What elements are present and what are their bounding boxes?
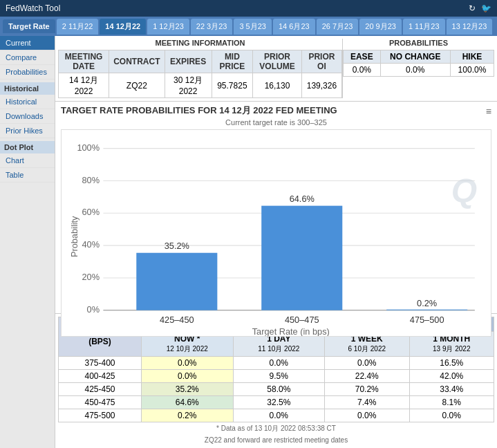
sidebar-item-downloads[interactable]: Downloads	[0, 109, 55, 124]
col-expires: EXPIRES	[165, 50, 212, 73]
week1-450-475: 7.4%	[325, 396, 409, 409]
chart-menu-icon[interactable]: ≡	[486, 106, 491, 117]
bar-475-500	[386, 310, 467, 310]
table-row: 375-400 0.0% 0.0% 0.0% 16.5%	[59, 357, 494, 370]
tab-26-7[interactable]: 26 7月23	[317, 19, 359, 35]
col-ease: EASE	[344, 50, 381, 64]
refresh-icon[interactable]: ↻	[469, 3, 476, 13]
chart-subtitle: Current target rate is 300–325	[61, 118, 491, 127]
meeting-info-row: 14 12月 2022 ZQ22 30 12月 2022 95.7825 16,…	[59, 73, 342, 98]
month1-400-425: 42.0%	[409, 370, 494, 383]
twitter-icon[interactable]: 🐦	[481, 3, 491, 13]
sidebar-item-prior-hikes[interactable]: Prior Hikes	[0, 124, 55, 138]
hike-val: 100.0%	[450, 64, 494, 77]
app-title: FedWatch Tool	[6, 3, 60, 13]
week1-425-450: 70.2%	[325, 383, 409, 396]
range-475-500: 475-500	[59, 409, 142, 422]
mid-price-val: 95.7825	[212, 73, 252, 98]
range-375-400: 375-400	[59, 357, 142, 370]
tab-14-12[interactable]: 14 12月22	[100, 19, 146, 35]
prob-row: 0.0% 0.0% 100.0%	[344, 64, 494, 77]
week1-375-400: 0.0%	[325, 357, 409, 370]
now-450-475: 64.6%	[142, 396, 234, 409]
tab-14-6[interactable]: 14 6月23	[273, 19, 315, 35]
svg-text:0.2%: 0.2%	[417, 298, 437, 308]
col-meeting-date: MEETING DATE	[59, 50, 109, 73]
sidebar-item-compare[interactable]: Compare	[0, 50, 55, 65]
table-footnote: * Data as of 13 10月 2022 08:53:38 CT	[58, 422, 494, 435]
day1-475-500: 0.0%	[233, 409, 325, 422]
svg-text:Probability: Probability	[69, 216, 79, 257]
week1-400-425: 22.4%	[325, 370, 409, 383]
svg-text:20%: 20%	[82, 272, 100, 282]
sidebar-item-chart[interactable]: Chart	[0, 153, 55, 168]
tab-3-5[interactable]: 3 5月23	[234, 19, 272, 35]
col-contract: CONTRACT	[109, 50, 165, 73]
tab-22-3[interactable]: 22 3月23	[191, 19, 233, 35]
col-hike: HIKE	[450, 50, 494, 64]
range-450-475: 450-475	[59, 396, 142, 409]
svg-text:Target Rate (in bps): Target Rate (in bps)	[252, 326, 330, 336]
tab-13-12-23[interactable]: 13 12月23	[447, 19, 493, 35]
svg-text:0%: 0%	[87, 304, 100, 315]
tab-1-11-23[interactable]: 1 11月23	[403, 19, 445, 35]
chart-title: TARGET RATE PROBABILITIES FOR 14 12月 202…	[61, 104, 337, 117]
chart-watermark: Q	[451, 171, 477, 209]
chart-section: TARGET RATE PROBABILITIES FOR 14 12月 202…	[55, 102, 497, 313]
main-layout: Current Compare Probabilities Historical…	[0, 36, 497, 448]
ease-val: 0.0%	[344, 64, 381, 77]
month1-425-450: 33.4%	[409, 383, 494, 396]
app-header: FedWatch Tool ↻ 🐦	[0, 0, 497, 17]
svg-text:64.6%: 64.6%	[290, 194, 315, 204]
sidebar-item-table[interactable]: Table	[0, 168, 55, 183]
day1-450-475: 32.5%	[233, 396, 325, 409]
month1-475-500: 0.0%	[409, 409, 494, 422]
col-prior-volume: PRIOR VOLUME	[253, 50, 302, 73]
contract-val: ZQ22	[109, 73, 165, 98]
table-footnote2: ZQ22 and forward are restricted meeting …	[58, 435, 494, 445]
col-no-change: NO CHANGE	[380, 50, 450, 64]
range-400-425: 400-425	[59, 370, 142, 383]
tab-20-9[interactable]: 20 9月23	[359, 19, 402, 35]
month1-450-475: 8.1%	[409, 396, 494, 409]
meeting-info-table: MEETING DATE CONTRACT EXPIRES MID PRICE …	[58, 50, 342, 98]
day1-375-400: 0.0%	[233, 357, 325, 370]
prior-oi-val: 139,326	[301, 73, 341, 98]
bar-450-475	[261, 206, 342, 310]
sidebar-item-probabilities[interactable]: Probabilities	[0, 65, 55, 80]
tab-1-12-23[interactable]: 1 12月23	[147, 19, 189, 35]
sidebar: Current Compare Probabilities Historical…	[0, 36, 55, 448]
now-375-400: 0.0%	[142, 357, 234, 370]
col-prior-oi: PRIOR OI	[301, 50, 341, 73]
tab-2-11[interactable]: 2 11月22	[57, 19, 99, 35]
table-row: 425-450 35.2% 58.0% 70.2% 33.4%	[59, 383, 494, 396]
sidebar-section-historical: Historical	[0, 82, 55, 95]
col-mid-price: MID PRICE	[212, 50, 252, 73]
expires-val: 30 12月 2022	[165, 73, 212, 98]
table-row: 475-500 0.2% 0.0% 0.0% 0.0%	[59, 409, 494, 422]
now-475-500: 0.2%	[142, 409, 234, 422]
sidebar-item-historical[interactable]: Historical	[0, 95, 55, 109]
bar-chart-svg: Probability 100% 80% 60% 40% 20% 0%	[62, 130, 491, 336]
now-400-425: 0.0%	[142, 370, 234, 383]
prior-volume-val: 16,130	[253, 73, 302, 98]
svg-text:80%: 80%	[82, 175, 100, 185]
range-425-450: 425-450	[59, 383, 142, 396]
table-row: 400-425 0.0% 9.5% 22.4% 42.0%	[59, 370, 494, 383]
svg-text:60%: 60%	[82, 207, 100, 217]
chart-container: Q Probability 100% 80% 60% 40% 20% 0%	[61, 129, 491, 337]
svg-text:425–450: 425–450	[160, 315, 194, 325]
svg-text:475–500: 475–500	[410, 315, 444, 325]
week1-475-500: 0.0%	[325, 409, 409, 422]
day1-400-425: 9.5%	[233, 370, 325, 383]
svg-text:450–475: 450–475	[285, 315, 319, 325]
tab-target-rate[interactable]: Target Rate	[3, 19, 55, 33]
meeting-info-title: MEETING INFORMATION	[58, 39, 342, 47]
sidebar-section-dot-plot: Dot Plot	[0, 141, 55, 153]
svg-text:100%: 100%	[77, 142, 100, 153]
day1-425-450: 58.0%	[233, 383, 325, 396]
svg-text:35.2%: 35.2%	[165, 241, 189, 251]
sidebar-item-current[interactable]: Current	[0, 36, 55, 50]
meeting-date-val: 14 12月 2022	[59, 73, 109, 98]
probabilities-table: EASE NO CHANGE HIKE 0.0% 0.0% 100.0%	[343, 50, 494, 77]
